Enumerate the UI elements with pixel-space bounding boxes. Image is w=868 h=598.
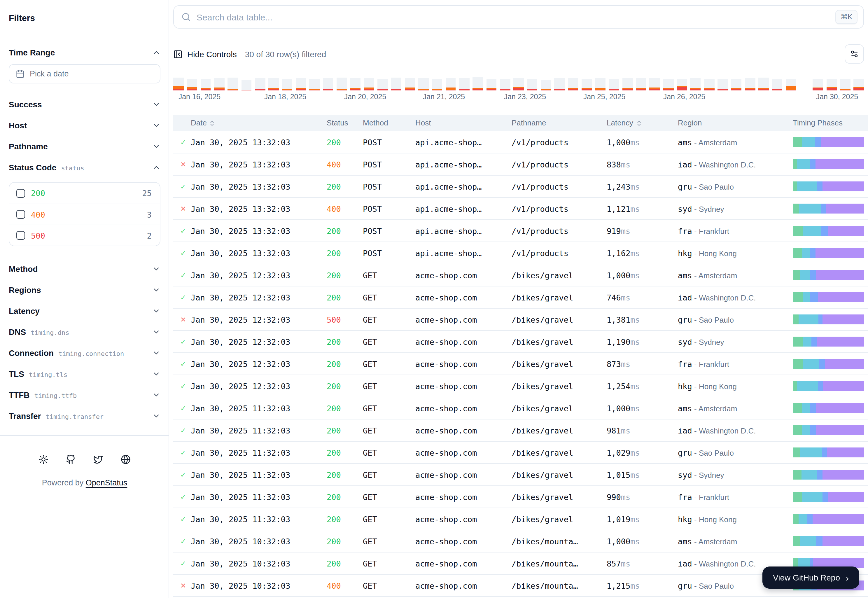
status-code-option-500[interactable]: 5002 <box>9 224 160 246</box>
histogram-bar[interactable] <box>187 79 197 90</box>
table-row[interactable]: ✓Jan 30, 2025 11:32:03200GETacme-shop.co… <box>173 442 868 464</box>
table-row[interactable]: ✓Jan 30, 2025 10:32:03200GETacme-shop.co… <box>173 530 868 553</box>
histogram-bar[interactable] <box>364 78 374 90</box>
status-code-option-200[interactable]: 20025 <box>9 182 160 203</box>
sidebar-section-tls[interactable]: TLStiming.tls <box>9 363 160 384</box>
date-picker-trigger[interactable]: Pick a date <box>9 64 160 84</box>
histogram-bar[interactable] <box>854 79 864 90</box>
table-row[interactable]: ✓Jan 30, 2025 11:32:03200GETacme-shop.co… <box>173 508 868 530</box>
histogram-bar[interactable] <box>214 78 224 90</box>
column-header-date[interactable]: Date <box>191 118 327 127</box>
sidebar-section-latency[interactable]: Latency <box>9 300 160 321</box>
histogram-bar[interactable] <box>758 78 769 90</box>
view-options-button[interactable] <box>845 44 864 64</box>
table-row[interactable]: ✓Jan 30, 2025 12:32:03200GETacme-shop.co… <box>173 353 868 375</box>
histogram-bar[interactable] <box>309 79 320 90</box>
theme-toggle-button[interactable] <box>34 450 53 469</box>
histogram-bar[interactable] <box>391 78 402 90</box>
histogram-bar[interactable] <box>527 79 538 90</box>
histogram-bar[interactable] <box>786 79 796 90</box>
histogram-bar[interactable] <box>581 79 592 90</box>
histogram-bar[interactable] <box>704 79 714 90</box>
histogram-bar[interactable] <box>554 78 565 90</box>
histogram-bar[interactable] <box>350 78 361 90</box>
column-header-latency[interactable]: Latency <box>607 118 678 127</box>
histogram-bar[interactable] <box>323 78 333 90</box>
checkbox[interactable] <box>16 210 25 219</box>
histogram-bar[interactable] <box>200 79 211 90</box>
sidebar-section-success[interactable]: Success <box>9 94 160 115</box>
histogram-bar[interactable] <box>255 78 265 90</box>
table-row[interactable]: ✓Jan 30, 2025 11:32:03200GETacme-shop.co… <box>173 397 868 420</box>
histogram-bar[interactable] <box>459 78 469 90</box>
table-row[interactable]: ✓Jan 30, 2025 11:32:03200GETacme-shop.co… <box>173 464 868 486</box>
histogram-bar[interactable] <box>241 80 252 90</box>
sidebar-section-regions[interactable]: Regions <box>9 280 160 300</box>
section-status-code[interactable]: Status Code status <box>9 157 160 178</box>
website-link-button[interactable] <box>116 450 135 469</box>
search-input[interactable] <box>197 12 829 22</box>
histogram-bar[interactable] <box>609 79 619 90</box>
sidebar-section-transfer[interactable]: Transfertiming.transfer <box>9 405 160 426</box>
sidebar-section-ttfb[interactable]: TTFBtiming.ttfb <box>9 384 160 405</box>
histogram-bar[interactable] <box>296 78 306 90</box>
histogram-bar[interactable] <box>772 79 783 90</box>
table-row[interactable]: ✓Jan 30, 2025 13:32:03200POSTapi.acme-sh… <box>173 242 868 264</box>
histogram-bar[interactable] <box>826 79 837 90</box>
checkbox[interactable] <box>16 189 25 197</box>
twitter-link-button[interactable] <box>89 450 108 469</box>
histogram-bar[interactable] <box>513 78 524 90</box>
status-code-option-400[interactable]: 4003 <box>9 203 160 224</box>
histogram-bar[interactable] <box>377 79 388 90</box>
histogram-bar[interactable] <box>541 80 551 90</box>
histogram-bar[interactable] <box>677 79 687 90</box>
histogram-bar[interactable] <box>717 79 728 90</box>
table-row[interactable]: ✕Jan 30, 2025 12:32:03500GETacme-shop.co… <box>173 309 868 331</box>
histogram-bar[interactable] <box>336 78 347 90</box>
sidebar-section-method[interactable]: Method <box>9 259 160 280</box>
table-row[interactable]: ✓Jan 30, 2025 11:32:03200GETacme-shop.co… <box>173 486 868 508</box>
table-row[interactable]: ✕Jan 30, 2025 13:32:03400POSTapi.acme-sh… <box>173 154 868 176</box>
histogram-bar[interactable] <box>595 78 605 90</box>
histogram-bar[interactable] <box>445 78 456 90</box>
openstatus-link[interactable]: OpenStatus <box>86 478 127 487</box>
table-row[interactable]: ✓Jan 30, 2025 12:32:03200GETacme-shop.co… <box>173 264 868 287</box>
histogram-bar[interactable] <box>568 78 578 90</box>
histogram-bar[interactable] <box>269 78 279 90</box>
histogram-bar[interactable] <box>690 78 701 90</box>
table-row[interactable]: ✓Jan 30, 2025 12:32:03200GETacme-shop.co… <box>173 287 868 309</box>
table-row[interactable]: ✓Jan 30, 2025 13:32:03200POSTapi.acme-sh… <box>173 176 868 198</box>
histogram-bar[interactable] <box>636 78 646 90</box>
histogram-bar[interactable] <box>418 78 429 90</box>
histogram-bar[interactable] <box>813 79 823 90</box>
view-github-repo-button[interactable]: View GitHub Repo › <box>762 567 859 589</box>
histogram-bar[interactable] <box>745 78 755 90</box>
histogram-bars[interactable] <box>173 77 864 90</box>
histogram-bar[interactable] <box>622 78 633 90</box>
histogram-bar[interactable] <box>650 78 660 90</box>
table-row[interactable]: ✓Jan 30, 2025 13:32:03200POSTapi.acme-sh… <box>173 220 868 242</box>
histogram-bar[interactable] <box>840 79 850 90</box>
sidebar-section-connection[interactable]: Connectiontiming.connection <box>9 342 160 363</box>
table-row[interactable]: ✕Jan 30, 2025 13:32:03400POSTapi.acme-sh… <box>173 198 868 220</box>
sort-icon[interactable] <box>635 120 642 126</box>
table-row[interactable]: ✓Jan 30, 2025 13:32:03200POSTapi.acme-sh… <box>173 131 868 154</box>
histogram-bar[interactable] <box>472 77 483 90</box>
sidebar-section-host[interactable]: Host <box>9 115 160 136</box>
histogram-bar[interactable] <box>405 78 415 90</box>
table-row[interactable]: ✓Jan 30, 2025 11:32:03200GETacme-shop.co… <box>173 420 868 442</box>
table-row[interactable]: ✓Jan 30, 2025 12:32:03200GETacme-shop.co… <box>173 375 868 397</box>
table-row[interactable]: ✓Jan 30, 2025 12:32:03200GETacme-shop.co… <box>173 331 868 353</box>
histogram-bar[interactable] <box>731 79 742 90</box>
github-link-button[interactable] <box>61 450 81 469</box>
histogram-bar[interactable] <box>228 78 238 90</box>
section-time-range[interactable]: Time Range <box>9 42 160 63</box>
hide-controls-button[interactable]: Hide Controls <box>173 49 237 58</box>
histogram-bar[interactable] <box>282 79 293 90</box>
histogram-bar[interactable] <box>500 79 510 90</box>
sort-icon[interactable] <box>209 120 215 126</box>
checkbox[interactable] <box>16 231 25 240</box>
sidebar-section-dns[interactable]: DNStiming.dns <box>9 321 160 342</box>
histogram-bar[interactable] <box>173 78 184 90</box>
histogram-bar[interactable] <box>663 79 674 90</box>
